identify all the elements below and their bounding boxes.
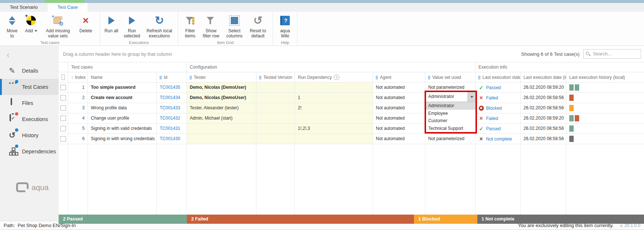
column-header-run-dependency[interactable]: Run Dependency bbox=[295, 72, 373, 82]
row-checkbox-cell[interactable] bbox=[59, 124, 68, 134]
status-link[interactable]: Not complete bbox=[486, 136, 512, 142]
cell-tested-version[interactable] bbox=[256, 113, 295, 123]
cell-run-dependency[interactable]: 2! bbox=[295, 103, 373, 113]
band-test-cases[interactable]: Test cases bbox=[68, 62, 187, 72]
column-header-id[interactable]: Id bbox=[157, 72, 187, 82]
column-header-agent[interactable]: Agent bbox=[373, 72, 425, 82]
option-employee[interactable]: Employee bbox=[426, 110, 475, 117]
run-all-button[interactable]: Run all bbox=[103, 13, 120, 34]
status-link[interactable]: Failed bbox=[486, 95, 498, 101]
row-checkbox[interactable] bbox=[60, 105, 66, 111]
option-customer[interactable]: Customer bbox=[426, 117, 475, 125]
row-checkbox-cell[interactable] bbox=[59, 93, 68, 103]
column-header-tested-version[interactable]: Tested Version bbox=[256, 72, 295, 82]
row-checkbox[interactable] bbox=[60, 136, 66, 142]
cell-agent[interactable]: Not automated bbox=[373, 103, 425, 113]
show-filter-row-button[interactable]: Show filter row bbox=[199, 13, 223, 39]
search-box[interactable] bbox=[583, 49, 641, 59]
delete-button[interactable]: × Delete bbox=[75, 13, 97, 34]
option-administrator[interactable]: Administrator bbox=[426, 102, 475, 110]
select-all-checkbox[interactable] bbox=[62, 74, 65, 80]
cell-run-dependency[interactable]: 1!,2!,3 bbox=[295, 124, 373, 134]
sidebar-item-label: Executions bbox=[22, 116, 48, 122]
sidebar-item-files[interactable]: Files bbox=[0, 95, 59, 111]
run-selected-button[interactable]: Run selected bbox=[120, 13, 144, 39]
column-header-index[interactable]: ↑Index bbox=[68, 72, 88, 82]
cell-run-dependency[interactable] bbox=[295, 113, 373, 123]
cell-id-link[interactable]: TC001434 bbox=[157, 93, 187, 103]
status-link[interactable]: Blocked bbox=[486, 106, 502, 111]
group-by-drop-zone[interactable]: Drag a column header here to group by th… bbox=[63, 51, 521, 57]
show-filter-row-label: Show filter row bbox=[201, 28, 221, 39]
add-button[interactable]: + Add bbox=[21, 13, 41, 34]
value-set-combobox[interactable]: Administrator bbox=[426, 92, 475, 102]
column-header-last-execution-status[interactable]: Last execution statu... bbox=[475, 72, 521, 82]
cell-tester[interactable]: Demo, Nicolas (DemoUser) bbox=[187, 93, 256, 103]
column-header-value-set-used[interactable]: Value set used bbox=[425, 72, 475, 82]
cell-tester[interactable] bbox=[187, 124, 256, 134]
row-checkbox[interactable] bbox=[60, 95, 66, 101]
cell-last-execution-status: Blocked bbox=[475, 103, 521, 113]
filter-items-button[interactable]: Filter items bbox=[181, 13, 199, 39]
cell-value-set[interactable]: Not parameterized bbox=[425, 134, 475, 144]
sidebar-item-executions[interactable]: Executions bbox=[0, 111, 59, 127]
cell-id-link[interactable]: TC001435 bbox=[157, 83, 187, 92]
cell-agent[interactable]: Not automated bbox=[373, 93, 425, 103]
row-checkbox-cell[interactable] bbox=[59, 134, 68, 144]
row-checkbox[interactable] bbox=[60, 116, 66, 121]
column-header-tester[interactable]: Tester bbox=[187, 72, 256, 82]
row-checkbox-cell[interactable] bbox=[59, 103, 68, 113]
sidebar-item-test-cases[interactable]: Test Cases bbox=[0, 79, 59, 95]
cell-agent[interactable]: Not automated bbox=[373, 124, 425, 134]
band-execution-info[interactable]: Execution info bbox=[475, 62, 644, 72]
cell-tested-version[interactable] bbox=[256, 103, 295, 113]
combobox-dropdown-button[interactable] bbox=[467, 92, 475, 102]
reset-to-default-button[interactable]: ↺ Reset to default bbox=[246, 13, 270, 39]
cell-id-link[interactable]: TC001430 bbox=[157, 134, 187, 144]
cell-tester[interactable] bbox=[187, 134, 256, 144]
select-columns-button[interactable]: Select columns bbox=[223, 13, 246, 39]
band-configuration[interactable]: Configuration bbox=[187, 62, 475, 72]
cell-agent[interactable]: Not automated bbox=[373, 113, 425, 123]
aqua-wiki-button[interactable]: ? aqua Wiki bbox=[276, 13, 294, 39]
sidebar-item-dependencies[interactable]: Dependencies bbox=[0, 143, 59, 160]
add-missing-value-sets-button[interactable]: +⚙ Add missing value sets bbox=[41, 13, 75, 39]
status-link[interactable]: Failed bbox=[486, 116, 498, 121]
column-header-name[interactable]: Name bbox=[88, 72, 157, 82]
help-circle-icon[interactable] bbox=[334, 74, 339, 80]
column-header-last-execution-date[interactable]: Last execution date (local) bbox=[521, 72, 566, 82]
select-all-checkbox-cell[interactable] bbox=[59, 72, 68, 82]
sidebar-item-details[interactable]: ✎ Details bbox=[0, 63, 59, 79]
row-checkbox-cell[interactable] bbox=[59, 83, 68, 92]
cell-tester[interactable]: Admin, Michael (start) bbox=[187, 113, 256, 123]
cell-id-link[interactable]: TC001433 bbox=[157, 103, 187, 113]
cell-agent[interactable]: Not automated bbox=[373, 134, 425, 144]
cell-run-dependency[interactable] bbox=[295, 83, 373, 92]
cell-tested-version[interactable] bbox=[256, 83, 295, 92]
tab-test-scenario[interactable]: Test Scenario bbox=[0, 3, 48, 12]
column-header-last-execution-history[interactable]: Last execution history (local) bbox=[566, 72, 644, 82]
cell-tested-version[interactable] bbox=[256, 93, 295, 103]
sidebar-item-label: History bbox=[22, 132, 38, 138]
cell-tested-version[interactable] bbox=[256, 134, 295, 144]
option-technical-support[interactable]: Technical Support bbox=[426, 125, 475, 132]
refresh-local-executions-button[interactable]: ↻ Refresh local executions bbox=[144, 13, 175, 39]
cell-id-link[interactable]: TC001432 bbox=[157, 113, 187, 123]
row-checkbox-cell[interactable] bbox=[59, 113, 68, 123]
move-to-button[interactable]: Move to bbox=[3, 13, 21, 39]
sidebar-collapse-icon[interactable]: ‹ bbox=[7, 51, 10, 59]
cell-run-dependency[interactable] bbox=[295, 134, 373, 144]
status-link[interactable]: Passed bbox=[486, 126, 501, 131]
row-checkbox[interactable] bbox=[60, 85, 66, 90]
cell-tested-version[interactable] bbox=[256, 124, 295, 134]
tab-test-case[interactable]: Test Case bbox=[48, 3, 88, 12]
search-input[interactable] bbox=[592, 51, 639, 57]
cell-tester[interactable]: Tester, Alexander (tester) bbox=[187, 103, 256, 113]
cell-id-link[interactable]: TC001431 bbox=[157, 124, 187, 134]
cell-tester[interactable]: Demo, Nicolas (DemoUser) bbox=[187, 83, 256, 92]
status-link[interactable]: Passed bbox=[486, 85, 501, 90]
cell-agent[interactable]: Not automated bbox=[373, 83, 425, 92]
row-checkbox[interactable] bbox=[60, 126, 66, 131]
cell-run-dependency[interactable]: 1 bbox=[295, 93, 373, 103]
sidebar-item-history[interactable]: ↺ History bbox=[0, 127, 59, 143]
